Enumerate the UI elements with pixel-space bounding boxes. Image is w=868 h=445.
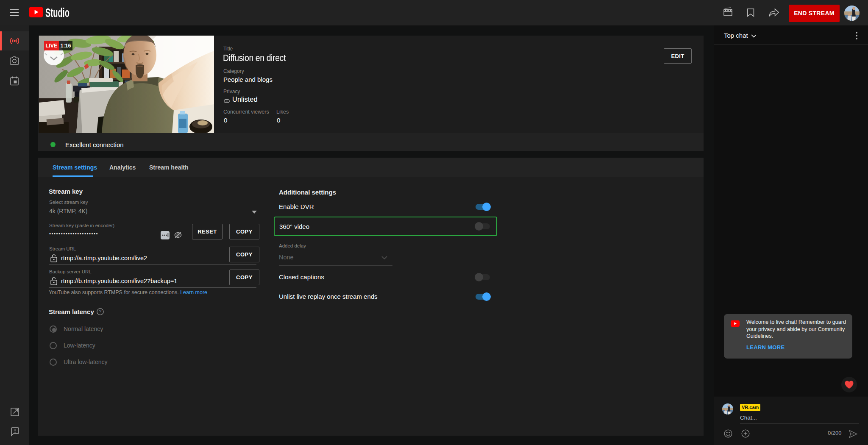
svg-text:?: ? <box>99 309 102 314</box>
svg-text:LIVE: LIVE <box>46 43 58 49</box>
svg-text:1:16: 1:16 <box>60 43 71 49</box>
